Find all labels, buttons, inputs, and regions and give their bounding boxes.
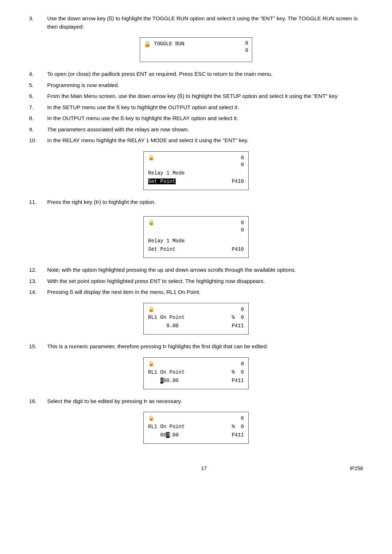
toggle-run-label: TOGGLE RUN xyxy=(154,40,184,47)
item-number-16: 16. xyxy=(29,397,47,406)
item-text-12: Note; with the option highlighted pressi… xyxy=(47,266,363,274)
toggle-run-screen-wrapper: 🔒 TOGGLE RUN 0 0 xyxy=(29,37,363,62)
relay1-p410-right: P410 xyxy=(232,178,244,185)
relay1-mode-highlighted-screen: 🔒 0 0 Relay 1 Mode Set Point P410 xyxy=(143,151,249,190)
rl1c-on-point-row2: 000.00 P411 xyxy=(148,431,244,439)
item-text-8: In the OUTPUT menu use the ß key to high… xyxy=(47,114,363,123)
relay1-mode-row1: Relay 1 Mode xyxy=(148,169,244,177)
item-number-6: 6. xyxy=(29,92,47,100)
item-text-16: Select the digit to be edited by pressin… xyxy=(47,397,363,406)
item-number-4: 4. xyxy=(29,70,47,78)
rl1-on-point-p411: P411 xyxy=(232,322,244,330)
item-12: 12. Note; with the option highlighted pr… xyxy=(29,266,363,274)
lock-icon-relay1: 🔒 xyxy=(148,155,154,161)
relay1-mode-plain-screen: 🔒 0 0 Relay 1 Mode Set Point P410 xyxy=(143,216,249,258)
page-content: 3. Use the down arrow key (ß) to highlig… xyxy=(29,15,363,471)
toggle-run-top-row: 🔒 TOGGLE RUN 0 0 xyxy=(144,40,248,54)
rl1b-on-point-p411: P411 xyxy=(232,377,244,385)
lock-icon-rl1: 🔒 xyxy=(148,306,154,312)
rl1-on-point-row1: RL1 On Point % 0 xyxy=(148,314,244,321)
rl1-on-point-value: 0.00 xyxy=(148,322,179,330)
lock-icon-rl1b: 🔒 xyxy=(148,361,154,367)
rl1b-on-point-row2: 000.00 P411 xyxy=(148,377,244,385)
item-14: 14. Pressing ß will display the next ite… xyxy=(29,288,363,296)
item-16: 16. Select the digit to be edited by pre… xyxy=(29,397,363,406)
item-number-11: 11. xyxy=(29,198,47,206)
rl1-on-point-label: RL1 On Point xyxy=(148,314,185,321)
item-11: 11. Press the right key (Þ) to highlight… xyxy=(29,198,363,206)
relay1-right-bottom: 0 xyxy=(241,161,244,169)
item-4: 4. To open (or close) the padlock press … xyxy=(29,70,363,78)
rl1c-on-point-label: RL1 On Point xyxy=(148,423,185,431)
set-point-label-plain: Set Point xyxy=(148,246,176,253)
item-text-7: In the SETUP menu use the ß key to highl… xyxy=(47,103,363,112)
rl1c-right-top: 0 xyxy=(241,415,244,422)
relay1b-mode-row1: Relay 1 Mode xyxy=(148,237,244,245)
relay1-mode-plain-wrapper: 🔒 0 0 Relay 1 Mode Set Point P410 xyxy=(29,213,363,258)
item-text-3: Use the down arrow key (ß) to highlight … xyxy=(47,15,363,31)
set-point-label-highlighted: Set Point xyxy=(148,178,176,185)
item-5: 5. Programming is now enabled. xyxy=(29,81,363,90)
rl1c-on-point-value: 000.00 xyxy=(148,431,179,439)
item-text-10: In the RELAY menu highlight the RELAY 1 … xyxy=(47,136,363,145)
rl1-right-top: 0 xyxy=(241,306,244,313)
item-text-9: The parameters associated with the relay… xyxy=(47,126,363,134)
item-text-5: Programming is now enabled. xyxy=(47,81,363,90)
relay1b-p410-right: P410 xyxy=(232,246,244,253)
relay1b-right-nums: 0 0 xyxy=(241,219,244,234)
relay1b-setpoint-row: Set Point P410 xyxy=(148,246,244,253)
relay1-right-nums: 0 0 xyxy=(241,155,244,169)
item-number-15: 15. xyxy=(29,342,47,351)
item-number-3: 3. xyxy=(29,15,47,31)
page-footer: 17 IP258 xyxy=(29,465,363,471)
rl1b-right-top: 0 xyxy=(241,361,244,368)
toggle-run-right-bottom: 0 xyxy=(245,47,248,54)
item-7: 7. In the SETUP menu use the ß key to hi… xyxy=(29,103,363,112)
lock-icon-rl1c: 🔒 xyxy=(148,415,154,421)
item-text-11: Press the right key (Þ) to highlight the… xyxy=(47,198,363,206)
item-text-13: With the set point option highlighted pr… xyxy=(47,277,363,286)
toggle-run-right-nums: 0 0 xyxy=(245,40,248,54)
rl1-third-digit-screen: 🔒 0 RL1 On Point % 0 000.00 P411 xyxy=(143,412,249,444)
item-text-14: Pressing ß will display the next item in… xyxy=(47,288,363,296)
rl1-on-point-wrapper: 🔒 0 RL1 On Point % 0 0.00 P411 xyxy=(29,303,363,335)
item-6: 6. From the Main Menu screen, use the do… xyxy=(29,92,363,100)
item-8: 8. In the OUTPUT menu use the ß key to h… xyxy=(29,114,363,123)
toggle-run-right-top: 0 xyxy=(245,40,248,47)
relay1b-right-top: 0 xyxy=(241,219,244,227)
item-text-4: To open (or close) the padlock press ENT… xyxy=(47,70,363,78)
footer-reference: IP258 xyxy=(350,465,363,471)
rl1-first-digit-wrapper: 🔒 0 RL1 On Point % 0 000.00 P411 xyxy=(29,357,363,389)
rl1c-right-nums: 0 xyxy=(241,415,244,422)
item-number-10: 10. xyxy=(29,136,47,145)
rl1c-on-point-percent-right: % 0 xyxy=(232,423,244,431)
item-text-6: From the Main Menu screen, use the down … xyxy=(47,92,363,100)
page-number: 17 xyxy=(201,465,207,471)
relay1b-right-bottom: 0 xyxy=(241,227,244,234)
relay1-mode-highlighted-wrapper: 🔒 0 0 Relay 1 Mode Set Point P410 xyxy=(29,151,363,190)
lock-icon-toggle: 🔒 xyxy=(144,41,151,48)
item-15: 15. This is a numeric parameter, therefo… xyxy=(29,342,363,351)
rl1b-on-point-row1: RL1 On Point % 0 xyxy=(148,369,244,376)
rl1-third-digit-wrapper: 🔒 0 RL1 On Point % 0 000.00 P411 xyxy=(29,412,363,444)
rl1-right-nums: 0 xyxy=(241,306,244,313)
relay1-right-top: 0 xyxy=(241,155,244,162)
rl1-on-point-row2: 0.00 P411 xyxy=(148,322,244,330)
item-number-12: 12. xyxy=(29,266,47,274)
item-text-15: This is a numeric parameter, therefore p… xyxy=(47,342,363,351)
rl1-on-point-percent-right: % 0 xyxy=(232,314,244,321)
item-number-7: 7. xyxy=(29,103,47,112)
rl1b-on-point-percent-right: % 0 xyxy=(232,369,244,376)
item-number-13: 13. xyxy=(29,277,47,286)
item-number-5: 5. xyxy=(29,81,47,90)
item-number-9: 9. xyxy=(29,126,47,134)
item-3: 3. Use the down arrow key (ß) to highlig… xyxy=(29,15,363,31)
relay1-setpoint-row-highlighted: Set Point P410 xyxy=(148,178,244,185)
rl1b-on-point-label: RL1 On Point xyxy=(148,369,185,376)
lock-icon-relay1b: 🔒 xyxy=(148,219,154,226)
item-13: 13. With the set point option highlighte… xyxy=(29,277,363,286)
toggle-run-left: 🔒 TOGGLE RUN xyxy=(144,40,184,48)
rl1b-on-point-value: 000.00 xyxy=(148,377,179,385)
toggle-run-screen: 🔒 TOGGLE RUN 0 0 xyxy=(140,37,252,62)
rl1b-right-nums: 0 xyxy=(241,361,244,368)
